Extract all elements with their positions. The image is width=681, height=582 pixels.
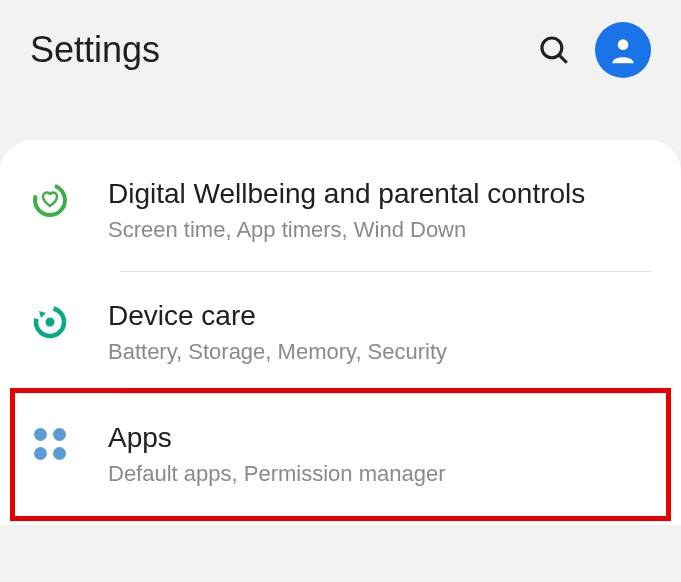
list-item-subtitle: Default apps, Permission manager: [108, 460, 651, 489]
svg-point-2: [618, 39, 629, 50]
apps-icon: [30, 424, 70, 464]
list-item-title: Device care: [108, 298, 651, 334]
list-item-subtitle: Battery, Storage, Memory, Security: [108, 338, 651, 367]
list-item-content: Apps Default apps, Permission manager: [108, 420, 651, 489]
list-item-subtitle: Screen time, App timers, Wind Down: [108, 216, 651, 245]
header-actions: [537, 22, 651, 78]
page-title: Settings: [30, 29, 537, 71]
svg-point-3: [35, 185, 65, 215]
search-icon[interactable]: [537, 33, 571, 67]
list-item-device-care[interactable]: Device care Battery, Storage, Memory, Se…: [0, 272, 681, 393]
list-item-digital-wellbeing[interactable]: Digital Wellbeing and parental controls …: [0, 150, 681, 271]
svg-line-1: [559, 55, 567, 63]
list-item-title: Digital Wellbeing and parental controls: [108, 176, 651, 212]
list-item-apps[interactable]: Apps Default apps, Permission manager: [0, 394, 681, 515]
list-item-content: Digital Wellbeing and parental controls …: [108, 176, 651, 245]
svg-point-6: [46, 317, 55, 326]
list-item-title: Apps: [108, 420, 651, 456]
device-care-icon: [30, 302, 70, 342]
settings-list: Digital Wellbeing and parental controls …: [0, 140, 681, 525]
profile-avatar[interactable]: [595, 22, 651, 78]
svg-point-0: [542, 38, 562, 58]
header: Settings: [0, 0, 681, 100]
list-item-content: Device care Battery, Storage, Memory, Se…: [108, 298, 651, 367]
wellbeing-icon: [30, 180, 70, 220]
svg-marker-5: [39, 311, 46, 318]
